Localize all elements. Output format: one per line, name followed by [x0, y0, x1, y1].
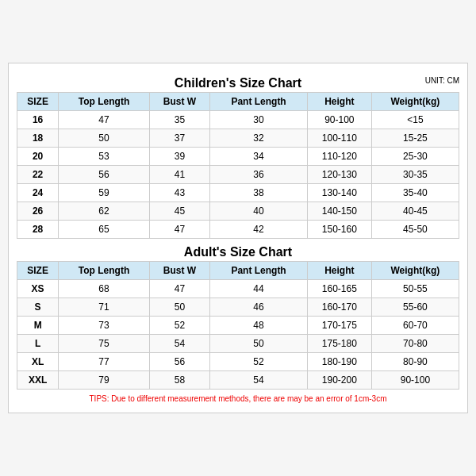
- table-cell: 59: [59, 184, 150, 202]
- table-row: 22564136120-13030-35: [17, 166, 459, 184]
- adult-table: SIZE Top Length Bust W Pant Length Heigh…: [17, 261, 459, 390]
- table-cell: 32: [210, 129, 308, 148]
- table-row: 28654742150-16045-50: [17, 221, 459, 239]
- table-cell: 47: [149, 280, 209, 298]
- table-cell: 42: [210, 221, 308, 239]
- table-cell: M: [17, 317, 59, 335]
- adult-col-top-length: Top Length: [59, 262, 150, 280]
- table-cell: 45: [149, 202, 209, 221]
- table-cell: 79: [59, 371, 150, 390]
- table-cell: 26: [17, 202, 59, 221]
- table-cell: 43: [149, 184, 209, 202]
- table-cell: 50-55: [371, 280, 459, 298]
- table-cell: 45-50: [371, 221, 459, 239]
- table-cell: 73: [59, 317, 150, 335]
- table-cell: 54: [149, 335, 209, 353]
- children-tbody: 1647353090-100<1518503732100-11015-25205…: [17, 111, 459, 239]
- table-cell: 140-150: [307, 202, 371, 221]
- children-table: SIZE Top Length Bust W Pant Length Heigh…: [17, 92, 459, 239]
- adult-col-weight: Weight(kg): [371, 262, 459, 280]
- table-cell: 15-25: [371, 129, 459, 148]
- adult-title: Adult's Size Chart: [17, 239, 459, 261]
- table-cell: 41: [149, 166, 209, 184]
- table-cell: S: [17, 298, 59, 317]
- table-cell: 38: [210, 184, 308, 202]
- table-cell: 24: [17, 184, 59, 202]
- table-cell: 44: [210, 280, 308, 298]
- table-cell: 90-100: [371, 371, 459, 390]
- children-col-weight: Weight(kg): [371, 93, 459, 111]
- table-cell: 20: [17, 148, 59, 166]
- table-cell: XXL: [17, 371, 59, 390]
- table-cell: 180-190: [307, 353, 371, 371]
- table-row: 18503732100-11015-25: [17, 129, 459, 148]
- adult-col-pant-length: Pant Length: [210, 262, 308, 280]
- table-cell: 68: [59, 280, 150, 298]
- children-col-height: Height: [307, 93, 371, 111]
- table-cell: 160-170: [307, 298, 371, 317]
- table-cell: 53: [59, 148, 150, 166]
- table-cell: 35-40: [371, 184, 459, 202]
- adult-col-height: Height: [307, 262, 371, 280]
- table-cell: 90-100: [307, 111, 371, 129]
- table-cell: 80-90: [371, 353, 459, 371]
- table-cell: 50: [59, 129, 150, 148]
- table-cell: 34: [210, 148, 308, 166]
- table-cell: 130-140: [307, 184, 371, 202]
- table-row: M735248170-17560-70: [17, 317, 459, 335]
- table-cell: 150-160: [307, 221, 371, 239]
- table-cell: 40: [210, 202, 308, 221]
- table-cell: 16: [17, 111, 59, 129]
- table-row: 1647353090-100<15: [17, 111, 459, 129]
- table-cell: L: [17, 335, 59, 353]
- table-cell: 60-70: [371, 317, 459, 335]
- table-cell: 48: [210, 317, 308, 335]
- children-col-bust-w: Bust W: [149, 93, 209, 111]
- table-cell: 46: [210, 298, 308, 317]
- table-cell: 39: [149, 148, 209, 166]
- table-cell: 62: [59, 202, 150, 221]
- adult-col-bust-w: Bust W: [149, 262, 209, 280]
- table-cell: 50: [210, 335, 308, 353]
- table-cell: 56: [149, 353, 209, 371]
- children-col-pant-length: Pant Length: [210, 93, 308, 111]
- table-cell: 75: [59, 335, 150, 353]
- table-row: L755450175-18070-80: [17, 335, 459, 353]
- table-row: XXL795854190-20090-100: [17, 371, 459, 390]
- table-cell: 35: [149, 111, 209, 129]
- adult-header-row: SIZE Top Length Bust W Pant Length Heigh…: [17, 262, 459, 280]
- table-cell: 28: [17, 221, 59, 239]
- tips: TIPS: Due to different measurement metho…: [17, 390, 459, 405]
- table-cell: 36: [210, 166, 308, 184]
- table-cell: 58: [149, 371, 209, 390]
- table-cell: 170-175: [307, 317, 371, 335]
- table-cell: 100-110: [307, 129, 371, 148]
- table-cell: 55-60: [371, 298, 459, 317]
- table-row: 24594338130-14035-40: [17, 184, 459, 202]
- table-cell: 54: [210, 371, 308, 390]
- table-row: XS684744160-16550-55: [17, 280, 459, 298]
- table-cell: 40-45: [371, 202, 459, 221]
- children-header-row: SIZE Top Length Bust W Pant Length Heigh…: [17, 93, 459, 111]
- table-row: XL775652180-19080-90: [17, 353, 459, 371]
- table-cell: <15: [371, 111, 459, 129]
- table-cell: 50: [149, 298, 209, 317]
- table-cell: 110-120: [307, 148, 371, 166]
- table-cell: 160-165: [307, 280, 371, 298]
- table-cell: 175-180: [307, 335, 371, 353]
- table-cell: 37: [149, 129, 209, 148]
- children-title-text: Children's Size Chart: [175, 76, 301, 90]
- table-row: 20533934110-12025-30: [17, 148, 459, 166]
- table-cell: 56: [59, 166, 150, 184]
- table-cell: 47: [149, 221, 209, 239]
- table-cell: XL: [17, 353, 59, 371]
- table-cell: 120-130: [307, 166, 371, 184]
- table-cell: 25-30: [371, 148, 459, 166]
- table-row: S715046160-17055-60: [17, 298, 459, 317]
- chart-container: Children's Size Chart UNIT: CM SIZE Top …: [8, 63, 468, 413]
- children-title: Children's Size Chart UNIT: CM: [17, 71, 459, 92]
- table-cell: 22: [17, 166, 59, 184]
- table-cell: XS: [17, 280, 59, 298]
- table-cell: 190-200: [307, 371, 371, 390]
- table-cell: 52: [149, 317, 209, 335]
